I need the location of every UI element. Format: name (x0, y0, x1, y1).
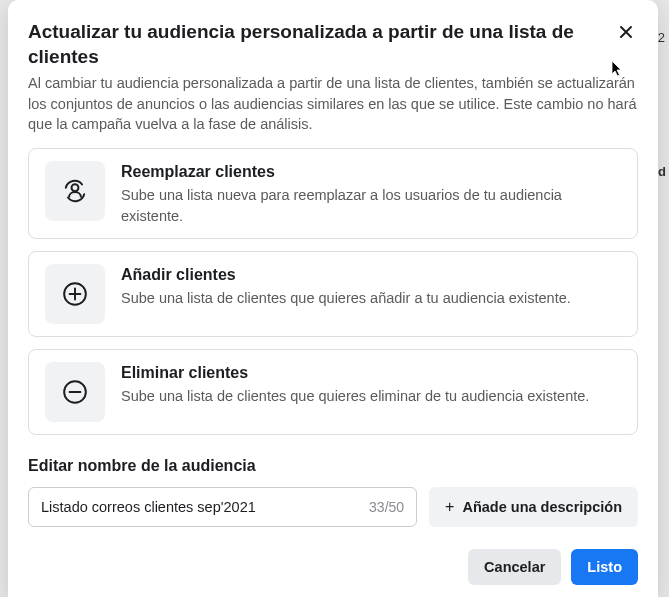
svg-point-0 (72, 185, 79, 192)
name-input-container: 33/50 (28, 487, 417, 527)
edit-name-row: 33/50 + Añade una descripción (28, 487, 638, 527)
option-content: Eliminar clientes Sube una lista de clie… (121, 362, 621, 406)
add-description-button[interactable]: + Añade una descripción (429, 487, 638, 527)
plus-icon: + (445, 498, 454, 516)
update-audience-modal: Actualizar tu audiencia personalizada a … (8, 0, 658, 597)
remove-icon (45, 362, 105, 422)
option-title: Reemplazar clientes (121, 163, 621, 181)
option-add-customers[interactable]: Añadir clientes Sube una lista de client… (28, 251, 638, 337)
option-replace-customers[interactable]: Reemplazar clientes Sube una lista nueva… (28, 148, 638, 239)
add-icon (45, 264, 105, 324)
close-icon (616, 22, 636, 47)
option-description: Sube una lista nueva para reemplazar a l… (121, 185, 621, 226)
character-count: 33/50 (369, 499, 404, 515)
done-button[interactable]: Listo (571, 549, 638, 585)
modal-description: Al cambiar tu audiencia personalizada a … (28, 73, 638, 134)
option-content: Añadir clientes Sube una lista de client… (121, 264, 621, 308)
backdrop-text: d (658, 164, 666, 179)
option-remove-customers[interactable]: Eliminar clientes Sube una lista de clie… (28, 349, 638, 435)
add-description-label: Añade una descripción (462, 499, 622, 515)
modal-footer: Cancelar Listo (28, 549, 638, 585)
audience-name-input[interactable] (41, 499, 369, 515)
replace-icon (45, 161, 105, 221)
backdrop-text: 2 (658, 30, 665, 45)
edit-name-label: Editar nombre de la audiencia (28, 457, 638, 475)
option-title: Eliminar clientes (121, 364, 621, 382)
option-description: Sube una lista de clientes que quieres e… (121, 386, 621, 406)
option-content: Reemplazar clientes Sube una lista nueva… (121, 161, 621, 226)
modal-header: Actualizar tu audiencia personalizada a … (28, 20, 638, 134)
close-button[interactable] (614, 22, 638, 46)
cancel-button[interactable]: Cancelar (468, 549, 561, 585)
modal-title: Actualizar tu audiencia personalizada a … (28, 20, 638, 69)
option-title: Añadir clientes (121, 266, 621, 284)
option-description: Sube una lista de clientes que quieres a… (121, 288, 621, 308)
